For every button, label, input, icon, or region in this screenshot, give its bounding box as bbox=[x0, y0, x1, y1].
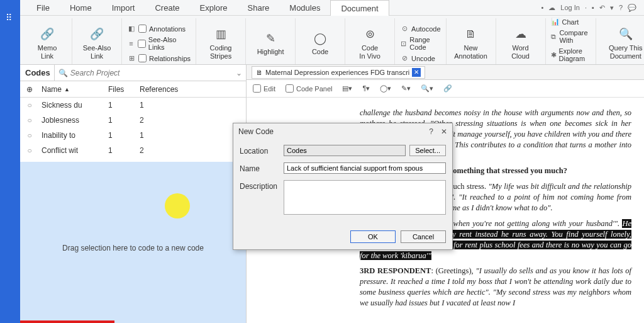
range-code-button[interactable]: ⊡Range Code bbox=[400, 35, 440, 52]
paragraph-icon[interactable]: ¶▾ bbox=[362, 84, 370, 93]
cursor-highlight bbox=[165, 193, 190, 218]
edit-toggle[interactable]: Edit bbox=[253, 84, 275, 93]
menu-tab-share[interactable]: Share bbox=[238, 0, 280, 16]
toggle-icon: ◧ bbox=[127, 25, 136, 33]
zoom-icon[interactable]: 🔍▾ bbox=[421, 84, 433, 93]
code-name: Conflict wit bbox=[39, 146, 108, 155]
code-drop-zone[interactable]: Drag selection here to code to a new cod… bbox=[20, 162, 246, 323]
menu-tab-modules[interactable]: Modules bbox=[279, 0, 330, 16]
note-icon: 🗎 bbox=[465, 28, 477, 42]
cloud-icon[interactable]: ☁ bbox=[548, 4, 555, 12]
highlight-button[interactable]: ✎Highlight bbox=[251, 25, 290, 63]
relationships-toggle[interactable]: ⊞Relationships bbox=[127, 54, 191, 63]
annotations-toggle[interactable]: ◧Annotations bbox=[127, 24, 191, 33]
in-vivo-icon: ⊚ bbox=[365, 28, 375, 42]
close-icon[interactable]: ✕ bbox=[441, 127, 447, 136]
menu-tab-file[interactable]: File bbox=[26, 0, 60, 16]
undo-icon[interactable]: ↶ bbox=[599, 4, 605, 12]
query-this-document-button[interactable]: 🔍Query This Document bbox=[601, 25, 644, 63]
code-name-input[interactable] bbox=[284, 162, 446, 174]
code-row[interactable]: ○Inability to11 bbox=[20, 128, 246, 143]
help-icon[interactable]: ? bbox=[619, 4, 623, 11]
code-row[interactable]: ○Sickness du11 bbox=[20, 98, 246, 113]
drop-zone-label: Drag selection here to code to a new cod… bbox=[62, 244, 204, 252]
select-location-button[interactable]: Select... bbox=[409, 145, 446, 156]
explore-diagram-button[interactable]: ✱Explore Diagram bbox=[551, 47, 591, 63]
code-name: Inability to bbox=[39, 131, 108, 140]
word-cloud-button[interactable]: ☁Word Cloud bbox=[501, 25, 540, 63]
new-code-dialog: New Code ? ✕ Location Select... Name Des… bbox=[233, 123, 453, 250]
node-icon: ○ bbox=[20, 146, 39, 155]
document-tab-title: Maternal Depression experiences FDG tran… bbox=[265, 69, 409, 76]
sort-icon: ▲ bbox=[64, 86, 70, 93]
codes-panel: Codes 🔍 ⌄ ⊕ Name ▲ Files References ○Sic… bbox=[20, 65, 247, 323]
video-progress-bar bbox=[20, 320, 114, 323]
document-toolbar: Edit Code Panel ▤▾ ¶▾ ◯▾ ✎▾ 🔍▾ 🔗 bbox=[247, 80, 644, 98]
sync-icon[interactable]: • bbox=[541, 4, 543, 11]
help-icon[interactable]: ? bbox=[429, 127, 433, 136]
redo-icon[interactable]: ▾ bbox=[610, 4, 614, 12]
link-tool-icon[interactable]: 🔗 bbox=[443, 84, 452, 93]
marker-icon: ✎ bbox=[266, 32, 275, 46]
autocode-button[interactable]: ⊙Autocode bbox=[400, 24, 440, 33]
codes-panel-title: Codes bbox=[20, 65, 55, 81]
menu-tab-explore[interactable]: Explore bbox=[190, 0, 238, 16]
memo-link-button[interactable]: 🔗Memo Link bbox=[28, 25, 67, 63]
see-also-links-toggle[interactable]: ≡See-Also Links bbox=[127, 35, 191, 52]
link-icon: 🔗 bbox=[40, 28, 54, 42]
save-icon[interactable]: ▪ bbox=[592, 4, 594, 11]
login-link[interactable]: Log In bbox=[560, 4, 580, 11]
node-icon: ○ bbox=[20, 131, 39, 140]
col-references[interactable]: References bbox=[140, 85, 246, 94]
code-refs: 2 bbox=[140, 146, 246, 155]
circle-tool-icon[interactable]: ◯▾ bbox=[380, 84, 391, 93]
respondent-label: 3RD RESPONDENT bbox=[360, 266, 431, 275]
menu-tab-document[interactable]: Document bbox=[330, 0, 389, 16]
col-files[interactable]: Files bbox=[108, 85, 140, 94]
close-icon[interactable]: ✕ bbox=[412, 68, 421, 77]
uncode-icon: ⊘ bbox=[400, 54, 409, 62]
code-row[interactable]: ○Joblesness12 bbox=[20, 113, 246, 128]
menu-tab-home[interactable]: Home bbox=[60, 0, 102, 16]
see-also-link-button[interactable]: 🔗See-Also Link bbox=[77, 25, 116, 63]
highlight-tool-icon[interactable]: ✎▾ bbox=[401, 84, 411, 93]
cancel-button[interactable]: Cancel bbox=[401, 230, 446, 243]
codes-grid-header: ⊕ Name ▲ Files References bbox=[20, 81, 246, 98]
code-in-vivo-button[interactable]: ⊚Code In Vivo bbox=[350, 25, 389, 63]
grip-icon: ⠿ bbox=[6, 13, 14, 23]
compare-icon: ⧉ bbox=[551, 33, 557, 41]
link-icon: 🔗 bbox=[90, 28, 104, 42]
dialog-title: New Code bbox=[238, 127, 274, 136]
compare-with-button[interactable]: ⧉Compare With bbox=[551, 28, 591, 45]
col-name[interactable]: Name bbox=[42, 85, 62, 94]
code-button[interactable]: ◯Code bbox=[301, 25, 340, 63]
chart-button[interactable]: 📊Chart bbox=[551, 17, 591, 26]
add-code-icon[interactable]: ⊕ bbox=[20, 85, 39, 94]
chevron-down-icon[interactable]: ⌄ bbox=[236, 69, 242, 77]
range-icon: ⊡ bbox=[400, 40, 407, 48]
uncode-button[interactable]: ⊘Uncode bbox=[400, 54, 440, 63]
search-icon: 🔍 bbox=[58, 69, 68, 77]
menu-tab-import[interactable]: Import bbox=[102, 0, 145, 16]
layout-icon[interactable]: ▤▾ bbox=[342, 84, 352, 93]
toggle-icon: ⊞ bbox=[127, 54, 136, 62]
feedback-icon[interactable]: 💬 bbox=[628, 4, 636, 12]
coding-stripes-button[interactable]: ▥Coding Stripes bbox=[201, 25, 240, 63]
code-name: Joblesness bbox=[39, 116, 108, 125]
location-field bbox=[284, 145, 406, 156]
code-row[interactable]: ○Conflict wit12 bbox=[20, 143, 246, 158]
code-panel-toggle[interactable]: Code Panel bbox=[286, 84, 333, 93]
code-files: 1 bbox=[108, 116, 140, 125]
search-icon: 🔍 bbox=[619, 28, 633, 42]
code-refs: 1 bbox=[140, 131, 246, 140]
search-project[interactable]: 🔍 ⌄ bbox=[55, 65, 246, 81]
description-label: Description bbox=[240, 180, 284, 191]
code-name: Sickness du bbox=[39, 101, 108, 110]
menu-tab-create[interactable]: Create bbox=[145, 0, 189, 16]
new-annotation-button[interactable]: 🗎New Annotation bbox=[452, 25, 491, 63]
code-files: 1 bbox=[108, 131, 140, 140]
search-input[interactable] bbox=[70, 69, 236, 77]
description-input[interactable] bbox=[284, 180, 446, 215]
ok-button[interactable]: OK bbox=[350, 230, 396, 243]
document-tab[interactable]: 🗎 Maternal Depression experiences FDG tr… bbox=[252, 66, 425, 79]
